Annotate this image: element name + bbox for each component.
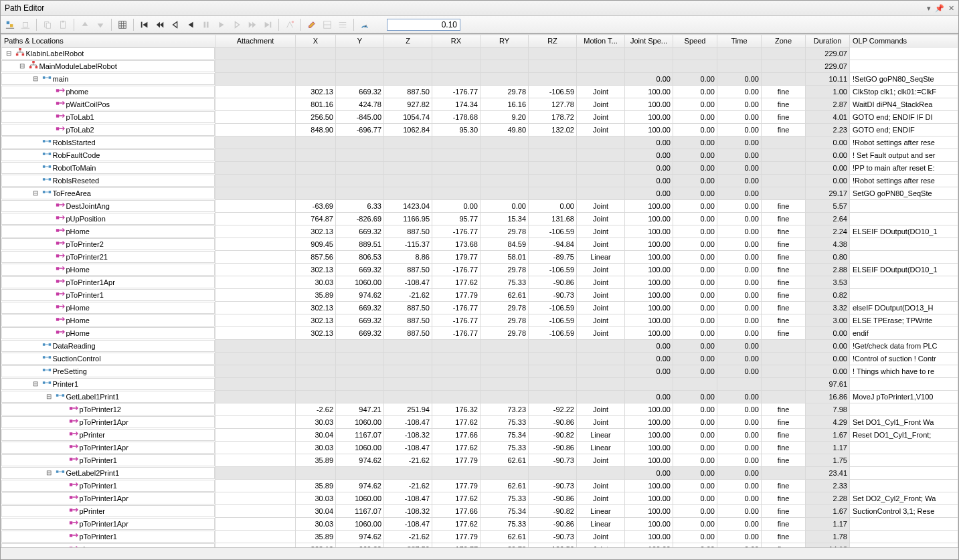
cell[interactable]: 0.00: [717, 251, 762, 264]
cell[interactable]: [529, 162, 577, 175]
cell[interactable]: [529, 467, 577, 480]
cell[interactable]: -21.62: [384, 531, 432, 543]
cell[interactable]: 0.00: [717, 276, 762, 289]
expand-toggle[interactable]: ⊟: [43, 391, 54, 402]
table-row[interactable]: phome302.13669.32887.50-176.7729.78-106.…: [1, 86, 958, 98]
cell[interactable]: 0.00: [529, 200, 577, 213]
cell[interactable]: [762, 136, 806, 149]
cell[interactable]: Joint: [577, 531, 625, 543]
cell[interactable]: 100.00: [625, 429, 673, 442]
olp-cell[interactable]: [850, 289, 958, 302]
cell[interactable]: fine: [762, 86, 806, 98]
cell[interactable]: [215, 200, 296, 213]
cell[interactable]: [762, 378, 806, 391]
cell[interactable]: 62.61: [481, 454, 529, 467]
cell[interactable]: 10.11: [806, 73, 850, 86]
cell[interactable]: [432, 187, 481, 200]
cell[interactable]: -108.47: [384, 276, 432, 289]
cell[interactable]: 669.32: [336, 264, 384, 276]
cell[interactable]: [577, 340, 625, 353]
cell[interactable]: 4.01: [806, 111, 850, 124]
cell[interactable]: 1062.84: [384, 124, 432, 136]
cell[interactable]: -2.62: [296, 403, 336, 416]
pin-icon[interactable]: 📌: [935, 4, 944, 13]
cell[interactable]: 35.89: [296, 289, 336, 302]
cell[interactable]: [296, 391, 336, 403]
cell[interactable]: 75.34: [481, 505, 529, 518]
cell[interactable]: 0.00: [717, 200, 762, 213]
cell[interactable]: 0.00: [806, 136, 850, 149]
cell[interactable]: -21.62: [384, 289, 432, 302]
cell[interactable]: [215, 48, 296, 60]
olp-cell[interactable]: [850, 48, 958, 60]
cell[interactable]: 0.00: [717, 480, 762, 492]
cell[interactable]: Linear: [577, 518, 625, 531]
cell[interactable]: 177.79: [432, 289, 481, 302]
table-row[interactable]: RobotToMain0.000.000.000.00!PP to main a…: [1, 162, 958, 175]
table-row[interactable]: pToPrinter135.89974.62-21.62177.7962.61-…: [1, 531, 958, 543]
cell[interactable]: 0.00: [625, 391, 673, 403]
olp-cell[interactable]: [850, 480, 958, 492]
cell[interactable]: [762, 175, 806, 187]
expand-toggle[interactable]: [43, 277, 54, 288]
cell[interactable]: -90.86: [529, 276, 577, 289]
col-header[interactable]: RZ: [529, 35, 577, 48]
table-row[interactable]: ⊟KlabinLabelRobot229.07: [1, 48, 958, 60]
cell[interactable]: [481, 340, 529, 353]
cell[interactable]: [384, 73, 432, 86]
table-row[interactable]: pPrinter30.041167.07-108.32177.6675.34-9…: [1, 505, 958, 518]
grid-scroller[interactable]: Paths & LocationsAttachmentXYZRXRYRZMoti…: [1, 33, 958, 547]
cell[interactable]: fine: [762, 302, 806, 314]
expand-toggle[interactable]: [30, 175, 41, 186]
cell[interactable]: 0.00: [673, 340, 717, 353]
cell[interactable]: 0.00: [673, 302, 717, 314]
cell[interactable]: 1060.00: [336, 492, 384, 505]
cell[interactable]: [529, 60, 577, 73]
cell[interactable]: [762, 48, 806, 60]
cell[interactable]: Joint: [577, 225, 625, 238]
expand-toggle[interactable]: [57, 531, 68, 542]
cell[interactable]: Joint: [577, 302, 625, 314]
table-row[interactable]: pHome302.13669.32887.50-176.7729.78-106.…: [1, 264, 958, 276]
cell[interactable]: [336, 149, 384, 162]
cell[interactable]: 177.62: [432, 442, 481, 454]
cell[interactable]: [336, 365, 384, 378]
expand-toggle[interactable]: [30, 163, 41, 173]
table-row[interactable]: pToPrinter12-2.62947.21251.94176.3273.23…: [1, 403, 958, 416]
olp-cell[interactable]: Reset DO1_Cyl1_Front;: [850, 429, 958, 442]
cell[interactable]: [529, 136, 577, 149]
cell[interactable]: 0.00: [625, 187, 673, 200]
cell[interactable]: 424.78: [336, 98, 384, 111]
cell[interactable]: [481, 175, 529, 187]
olp-cell[interactable]: !SetGO goPN80_SeqSte: [850, 73, 958, 86]
col-header[interactable]: OLP Commands: [850, 35, 958, 48]
table-row[interactable]: pToPrinter1Apr30.031060.00-108.47177.627…: [1, 518, 958, 531]
olp-cell[interactable]: WaitDI diPN4_StackRea: [850, 98, 958, 111]
cell[interactable]: [296, 175, 336, 187]
cell[interactable]: 974.62: [336, 531, 384, 543]
cell[interactable]: [529, 353, 577, 365]
table-row[interactable]: pUpPosition764.87-826.691166.9595.7715.3…: [1, 213, 958, 225]
cell[interactable]: 100.00: [625, 518, 673, 531]
expand-toggle[interactable]: [57, 506, 68, 517]
cell[interactable]: 100.00: [625, 124, 673, 136]
cell[interactable]: 0.00: [717, 264, 762, 276]
table-row[interactable]: pToPrinter135.89974.62-21.62177.7962.61-…: [1, 480, 958, 492]
expand-toggle[interactable]: ⊟: [30, 74, 41, 84]
cell[interactable]: Joint: [577, 111, 625, 124]
expand-toggle[interactable]: [57, 430, 68, 440]
cell[interactable]: [432, 467, 481, 480]
cell[interactable]: 0.00: [673, 480, 717, 492]
step-back-fast-button[interactable]: [153, 18, 167, 31]
cell[interactable]: 100.00: [625, 238, 673, 251]
cell[interactable]: 30.03: [296, 442, 336, 454]
cell[interactable]: 0.00: [673, 467, 717, 480]
cell[interactable]: [384, 391, 432, 403]
col-header[interactable]: Joint Spe...: [625, 35, 673, 48]
cell[interactable]: -106.59: [529, 86, 577, 98]
cell[interactable]: [625, 48, 673, 60]
expand-toggle[interactable]: [30, 137, 41, 148]
cell[interactable]: 764.87: [296, 213, 336, 225]
cell[interactable]: [432, 60, 481, 73]
olp-cell[interactable]: !Robot settings after rese: [850, 136, 958, 149]
